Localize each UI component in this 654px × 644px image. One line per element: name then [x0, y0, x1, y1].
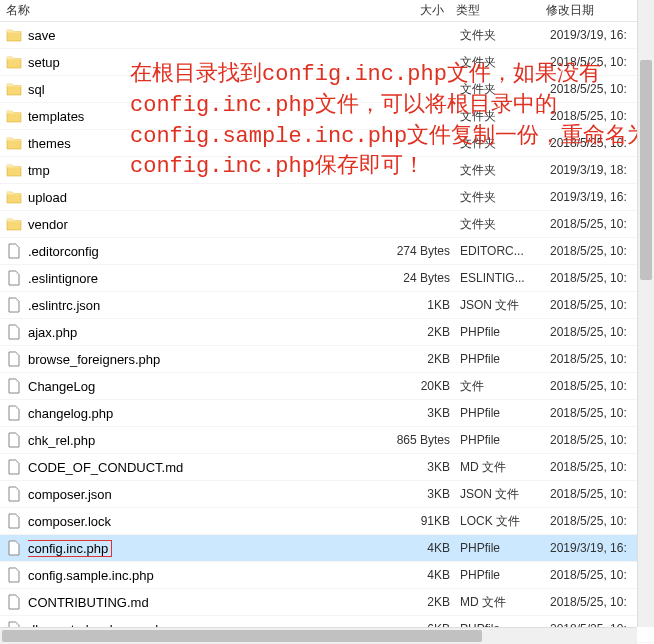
folder-icon: [6, 189, 22, 205]
file-icon: [6, 243, 22, 259]
file-list: save文件夹2019/3/19, 16:setup文件夹2018/5/25, …: [0, 22, 654, 644]
file-type: PHPfile: [450, 325, 540, 339]
file-type: JSON 文件: [450, 486, 540, 503]
file-type: PHPfile: [450, 352, 540, 366]
column-header-row: 名称 大小 类型 修改日期: [0, 0, 654, 22]
file-icon: [6, 432, 22, 448]
file-row[interactable]: upload文件夹2019/3/19, 16:: [0, 184, 654, 211]
file-name: sql: [28, 82, 390, 97]
file-name: composer.lock: [28, 514, 390, 529]
file-row[interactable]: templates文件夹2018/5/25, 10:: [0, 103, 654, 130]
file-row[interactable]: sql文件夹2018/5/25, 10:: [0, 76, 654, 103]
file-row[interactable]: config.sample.inc.php4KBPHPfile2018/5/25…: [0, 562, 654, 589]
file-name: CONTRIBUTING.md: [28, 595, 390, 610]
file-icon: [6, 270, 22, 286]
file-row[interactable]: tmp文件夹2019/3/19, 18:: [0, 157, 654, 184]
column-header-name[interactable]: 名称: [0, 0, 390, 21]
file-type: 文件夹: [450, 27, 540, 44]
file-name: vendor: [28, 217, 390, 232]
vertical-scrollbar-thumb[interactable]: [640, 60, 652, 280]
file-row[interactable]: ChangeLog20KB文件2018/5/25, 10:: [0, 373, 654, 400]
file-name: composer.json: [28, 487, 390, 502]
file-size: 3KB: [390, 460, 450, 474]
file-row[interactable]: changelog.php3KBPHPfile2018/5/25, 10:: [0, 400, 654, 427]
file-type: 文件: [450, 378, 540, 395]
file-type: MD 文件: [450, 459, 540, 476]
file-size: 3KB: [390, 406, 450, 420]
file-row[interactable]: CODE_OF_CONDUCT.md3KBMD 文件2018/5/25, 10:: [0, 454, 654, 481]
file-icon: [6, 324, 22, 340]
file-size: 2KB: [390, 352, 450, 366]
file-type: 文件夹: [450, 216, 540, 233]
file-row[interactable]: .eslintignore24 BytesESLINTIG...2018/5/2…: [0, 265, 654, 292]
file-size: 2KB: [390, 325, 450, 339]
folder-icon: [6, 216, 22, 232]
file-type: 文件夹: [450, 189, 540, 206]
file-type: PHPfile: [450, 541, 540, 555]
horizontal-scrollbar[interactable]: [0, 627, 637, 644]
file-row[interactable]: browse_foreigners.php2KBPHPfile2018/5/25…: [0, 346, 654, 373]
file-size: 1KB: [390, 298, 450, 312]
file-row[interactable]: vendor文件夹2018/5/25, 10:: [0, 211, 654, 238]
file-type: PHPfile: [450, 433, 540, 447]
file-size: 24 Bytes: [390, 271, 450, 285]
folder-icon: [6, 135, 22, 151]
file-name: config.sample.inc.php: [28, 568, 390, 583]
file-row[interactable]: composer.lock91KBLOCK 文件2018/5/25, 10:: [0, 508, 654, 535]
file-name: chk_rel.php: [28, 433, 390, 448]
file-size: 865 Bytes: [390, 433, 450, 447]
file-type: 文件夹: [450, 81, 540, 98]
file-row[interactable]: .eslintrc.json1KBJSON 文件2018/5/25, 10:: [0, 292, 654, 319]
file-name: .eslintrc.json: [28, 298, 390, 313]
file-type: 文件夹: [450, 108, 540, 125]
column-header-type[interactable]: 类型: [450, 0, 540, 21]
file-icon: [6, 405, 22, 421]
file-name: templates: [28, 109, 390, 124]
file-row[interactable]: ajax.php2KBPHPfile2018/5/25, 10:: [0, 319, 654, 346]
file-row[interactable]: setup文件夹2018/5/25, 10:: [0, 49, 654, 76]
file-row[interactable]: CONTRIBUTING.md2KBMD 文件2018/5/25, 10:: [0, 589, 654, 616]
file-row[interactable]: config.inc.php4KBPHPfile2019/3/19, 16:: [0, 535, 654, 562]
file-type: 文件夹: [450, 135, 540, 152]
file-icon: [6, 351, 22, 367]
file-type: PHPfile: [450, 568, 540, 582]
file-size: 274 Bytes: [390, 244, 450, 258]
file-type: 文件夹: [450, 54, 540, 71]
file-icon: [6, 297, 22, 313]
column-header-size[interactable]: 大小: [390, 0, 450, 21]
file-type: LOCK 文件: [450, 513, 540, 530]
file-name: save: [28, 28, 390, 43]
file-name: config.inc.php: [28, 540, 390, 557]
file-icon: [6, 513, 22, 529]
file-type: PHPfile: [450, 406, 540, 420]
folder-icon: [6, 162, 22, 178]
file-name: setup: [28, 55, 390, 70]
file-type: JSON 文件: [450, 297, 540, 314]
file-name: CODE_OF_CONDUCT.md: [28, 460, 390, 475]
folder-icon: [6, 27, 22, 43]
file-name: tmp: [28, 163, 390, 178]
folder-icon: [6, 108, 22, 124]
file-size: 91KB: [390, 514, 450, 528]
file-size: 2KB: [390, 595, 450, 609]
file-name: .editorconfig: [28, 244, 390, 259]
file-name: themes: [28, 136, 390, 151]
file-row[interactable]: .editorconfig274 BytesEDITORC...2018/5/2…: [0, 238, 654, 265]
file-size: 4KB: [390, 568, 450, 582]
horizontal-scrollbar-thumb[interactable]: [2, 630, 482, 642]
file-row[interactable]: chk_rel.php865 BytesPHPfile2018/5/25, 10…: [0, 427, 654, 454]
file-icon: [6, 567, 22, 583]
file-type: EDITORC...: [450, 244, 540, 258]
file-row[interactable]: composer.json3KBJSON 文件2018/5/25, 10:: [0, 481, 654, 508]
file-name: upload: [28, 190, 390, 205]
file-icon: [6, 540, 22, 556]
file-row[interactable]: save文件夹2019/3/19, 16:: [0, 22, 654, 49]
file-name: changelog.php: [28, 406, 390, 421]
file-type: ESLINTIG...: [450, 271, 540, 285]
file-icon: [6, 594, 22, 610]
file-type: 文件夹: [450, 162, 540, 179]
file-name: .eslintignore: [28, 271, 390, 286]
file-icon: [6, 378, 22, 394]
vertical-scrollbar[interactable]: [637, 0, 654, 627]
file-row[interactable]: themes文件夹2018/5/25, 10:: [0, 130, 654, 157]
